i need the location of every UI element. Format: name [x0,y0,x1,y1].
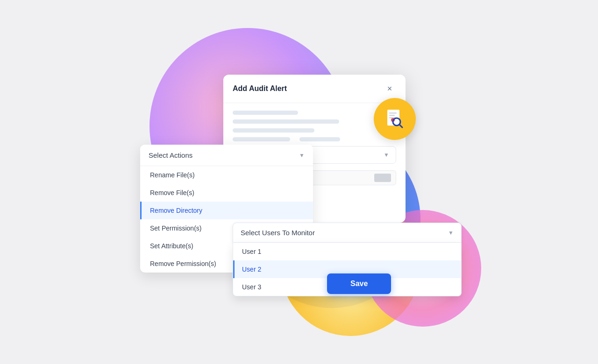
audit-icon-badge [374,98,416,140]
skeleton-row [233,137,396,141]
skeleton-line-2 [233,119,339,124]
close-button[interactable]: × [383,82,396,95]
svg-line-6 [399,125,402,127]
actions-arrow-icon: ▼ [384,152,389,158]
audit-icon [384,108,406,130]
user-item-1[interactable]: User 1 [233,243,461,260]
dropdown-header[interactable]: Select Actions ▼ [140,145,313,166]
save-button-wrapper: Save [327,273,391,294]
action-item-remove-directory[interactable]: Remove Directory [140,202,313,219]
select-users-bar[interactable]: Select Users To Monitor ▼ [233,223,462,243]
dropdown-header-label: Select Actions [149,151,192,159]
skeleton-line-1 [233,111,298,115]
modal-title: Add Audit Alert [233,84,287,93]
skeleton-line-4 [233,137,290,141]
action-item-remove-files[interactable]: Remove File(s) [140,184,313,202]
mini-field-button[interactable] [374,174,391,182]
svg-rect-1 [389,112,397,114]
save-button[interactable]: Save [327,273,391,294]
modal-header: Add Audit Alert × [223,75,406,103]
skeleton-line-3 [233,128,314,133]
svg-rect-2 [389,115,395,116]
dropdown-arrow-icon: ▼ [299,152,305,159]
users-dropdown-arrow-icon: ▼ [448,230,454,236]
action-item-rename-files[interactable]: Rename File(s) [140,166,313,184]
select-users-label: Select Users To Monitor [241,229,315,237]
skeleton-line-5 [299,137,341,141]
